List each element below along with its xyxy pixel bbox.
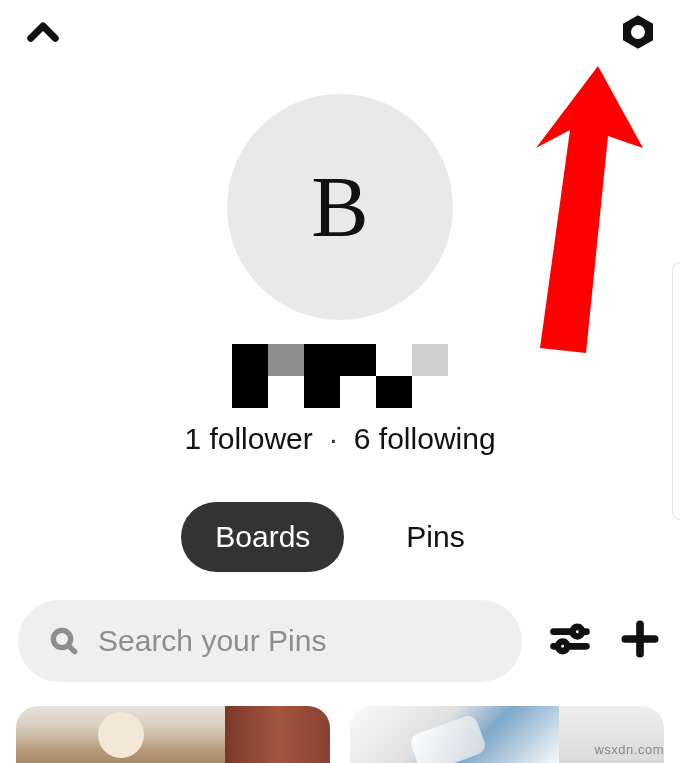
settings-button[interactable] bbox=[618, 8, 658, 56]
gear-icon bbox=[618, 12, 658, 52]
boards-grid bbox=[0, 682, 680, 763]
attribution-text: wsxdn.com bbox=[594, 742, 664, 757]
svg-point-5 bbox=[573, 627, 583, 637]
content-tabs: Boards Pins bbox=[0, 502, 680, 572]
filter-button[interactable] bbox=[548, 617, 592, 665]
followers-link[interactable]: 1 follower bbox=[184, 422, 312, 455]
tab-pins[interactable]: Pins bbox=[372, 502, 498, 572]
add-button[interactable] bbox=[618, 617, 662, 665]
search-box[interactable] bbox=[18, 600, 522, 682]
censored-username-icon bbox=[232, 344, 448, 408]
collapse-button[interactable] bbox=[22, 8, 64, 58]
scrollbar[interactable] bbox=[672, 262, 680, 520]
username bbox=[0, 344, 680, 408]
svg-point-1 bbox=[631, 25, 645, 39]
board-card[interactable] bbox=[16, 706, 330, 763]
tab-boards[interactable]: Boards bbox=[181, 502, 344, 572]
svg-line-3 bbox=[68, 645, 74, 651]
chevron-up-icon bbox=[22, 12, 64, 54]
stats-separator: · bbox=[321, 422, 345, 455]
avatar[interactable]: B bbox=[227, 94, 453, 320]
avatar-initial: B bbox=[311, 157, 368, 257]
search-input[interactable] bbox=[98, 624, 492, 658]
search-icon bbox=[48, 625, 80, 657]
sliders-icon bbox=[548, 617, 592, 661]
plus-icon bbox=[618, 617, 662, 661]
following-link[interactable]: 6 following bbox=[354, 422, 496, 455]
svg-point-7 bbox=[558, 642, 568, 652]
